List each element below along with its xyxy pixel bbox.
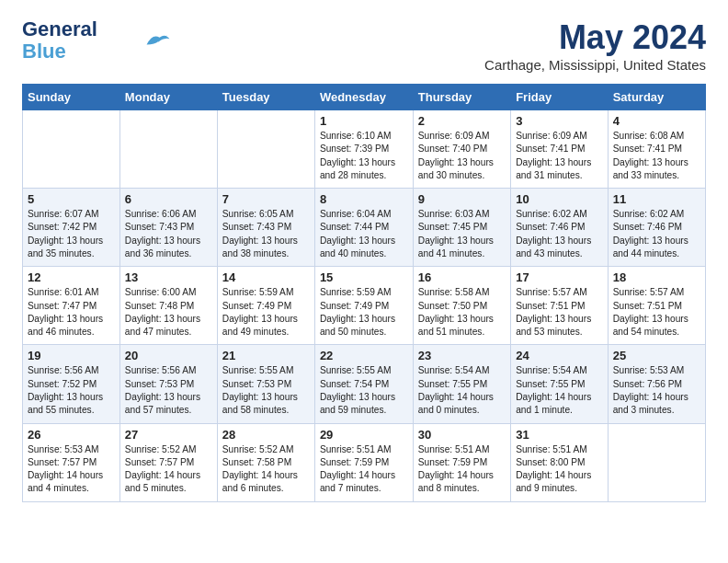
- day-number: 28: [222, 428, 310, 442]
- calendar-cell: 4Sunrise: 6:08 AM Sunset: 7:41 PM Daylig…: [608, 110, 705, 189]
- day-info: Sunrise: 5:58 AM Sunset: 7:50 PM Dayligh…: [418, 286, 506, 339]
- calendar-cell: [608, 423, 705, 501]
- header-day-tuesday: Tuesday: [217, 85, 314, 110]
- main-title: May 2024: [484, 18, 706, 57]
- day-info: Sunrise: 5:52 AM Sunset: 7:57 PM Dayligh…: [125, 443, 212, 496]
- calendar-cell: 26Sunrise: 5:53 AM Sunset: 7:57 PM Dayli…: [23, 423, 120, 501]
- day-number: 18: [613, 270, 700, 284]
- day-number: 23: [418, 349, 506, 362]
- calendar-cell: 13Sunrise: 6:00 AM Sunset: 7:48 PM Dayli…: [119, 267, 217, 345]
- week-row-4: 19Sunrise: 5:56 AM Sunset: 7:52 PM Dayli…: [23, 345, 706, 423]
- calendar-cell: 24Sunrise: 5:54 AM Sunset: 7:55 PM Dayli…: [511, 345, 609, 423]
- day-info: Sunrise: 5:51 AM Sunset: 7:59 PM Dayligh…: [418, 443, 506, 496]
- day-number: 16: [418, 270, 506, 284]
- day-info: Sunrise: 6:07 AM Sunset: 7:42 PM Dayligh…: [28, 208, 115, 260]
- day-info: Sunrise: 5:52 AM Sunset: 7:58 PM Dayligh…: [222, 443, 310, 496]
- calendar-cell: 18Sunrise: 5:57 AM Sunset: 7:51 PM Dayli…: [608, 267, 705, 345]
- header-day-saturday: Saturday: [608, 85, 705, 110]
- calendar-cell: 3Sunrise: 6:09 AM Sunset: 7:41 PM Daylig…: [511, 110, 609, 189]
- day-info: Sunrise: 5:57 AM Sunset: 7:51 PM Dayligh…: [516, 286, 603, 339]
- calendar-cell: 19Sunrise: 5:56 AM Sunset: 7:52 PM Dayli…: [23, 345, 120, 423]
- header-row: SundayMondayTuesdayWednesdayThursdayFrid…: [23, 85, 706, 110]
- day-info: Sunrise: 6:04 AM Sunset: 7:44 PM Dayligh…: [320, 208, 408, 260]
- calendar-cell: 31Sunrise: 5:51 AM Sunset: 8:00 PM Dayli…: [511, 423, 609, 501]
- day-info: Sunrise: 5:55 AM Sunset: 7:53 PM Dayligh…: [222, 364, 310, 417]
- day-number: 22: [320, 349, 408, 362]
- day-number: 8: [320, 192, 408, 206]
- page-header: GeneralBlue May 2024 Carthage, Mississip…: [22, 18, 706, 73]
- day-number: 7: [222, 192, 310, 206]
- day-info: Sunrise: 5:53 AM Sunset: 7:57 PM Dayligh…: [28, 443, 115, 496]
- day-number: 27: [125, 428, 212, 442]
- day-info: Sunrise: 6:10 AM Sunset: 7:39 PM Dayligh…: [320, 130, 408, 182]
- calendar-cell: 25Sunrise: 5:53 AM Sunset: 7:56 PM Dayli…: [608, 345, 705, 423]
- calendar-cell: 6Sunrise: 6:06 AM Sunset: 7:43 PM Daylig…: [119, 189, 217, 267]
- day-info: Sunrise: 5:53 AM Sunset: 7:56 PM Dayligh…: [613, 364, 700, 417]
- day-number: 25: [613, 349, 700, 362]
- calendar-cell: 14Sunrise: 5:59 AM Sunset: 7:49 PM Dayli…: [217, 267, 314, 345]
- day-number: 10: [516, 192, 603, 206]
- header-day-wednesday: Wednesday: [314, 85, 413, 110]
- day-number: 1: [320, 114, 408, 128]
- day-info: Sunrise: 6:02 AM Sunset: 7:46 PM Dayligh…: [516, 208, 603, 260]
- day-info: Sunrise: 6:02 AM Sunset: 7:46 PM Dayligh…: [613, 208, 700, 260]
- week-row-2: 5Sunrise: 6:07 AM Sunset: 7:42 PM Daylig…: [23, 189, 706, 267]
- calendar-cell: 30Sunrise: 5:51 AM Sunset: 7:59 PM Dayli…: [413, 423, 510, 501]
- day-number: 15: [320, 270, 408, 284]
- calendar-cell: 2Sunrise: 6:09 AM Sunset: 7:40 PM Daylig…: [413, 110, 510, 189]
- calendar-cell: 7Sunrise: 6:05 AM Sunset: 7:43 PM Daylig…: [217, 189, 314, 267]
- day-number: 26: [28, 428, 115, 442]
- day-number: 17: [516, 270, 603, 284]
- day-info: Sunrise: 6:03 AM Sunset: 7:45 PM Dayligh…: [418, 208, 506, 260]
- header-day-thursday: Thursday: [413, 85, 510, 110]
- day-info: Sunrise: 5:51 AM Sunset: 7:59 PM Dayligh…: [320, 443, 408, 496]
- day-number: 5: [28, 192, 115, 206]
- calendar-cell: 9Sunrise: 6:03 AM Sunset: 7:45 PM Daylig…: [413, 189, 510, 267]
- day-number: 31: [516, 428, 603, 442]
- day-number: 9: [418, 192, 506, 206]
- calendar-cell: 10Sunrise: 6:02 AM Sunset: 7:46 PM Dayli…: [511, 189, 609, 267]
- day-info: Sunrise: 6:08 AM Sunset: 7:41 PM Dayligh…: [613, 130, 700, 182]
- calendar-cell: 29Sunrise: 5:51 AM Sunset: 7:59 PM Dayli…: [314, 423, 413, 501]
- calendar-cell: 27Sunrise: 5:52 AM Sunset: 7:57 PM Dayli…: [119, 423, 217, 501]
- day-number: 19: [28, 349, 115, 362]
- day-info: Sunrise: 6:00 AM Sunset: 7:48 PM Dayligh…: [125, 286, 212, 339]
- header-day-friday: Friday: [511, 85, 609, 110]
- calendar-cell: [119, 110, 217, 189]
- calendar-table: SundayMondayTuesdayWednesdayThursdayFrid…: [22, 84, 706, 502]
- calendar-cell: 20Sunrise: 5:56 AM Sunset: 7:53 PM Dayli…: [119, 345, 217, 423]
- day-info: Sunrise: 5:56 AM Sunset: 7:52 PM Dayligh…: [28, 364, 115, 417]
- calendar-cell: 8Sunrise: 6:04 AM Sunset: 7:44 PM Daylig…: [314, 189, 413, 267]
- calendar-cell: 15Sunrise: 5:59 AM Sunset: 7:49 PM Dayli…: [314, 267, 413, 345]
- week-row-3: 12Sunrise: 6:01 AM Sunset: 7:47 PM Dayli…: [23, 267, 706, 345]
- day-number: 21: [222, 349, 310, 362]
- day-info: Sunrise: 6:01 AM Sunset: 7:47 PM Dayligh…: [28, 286, 115, 339]
- calendar-cell: 5Sunrise: 6:07 AM Sunset: 7:42 PM Daylig…: [23, 189, 120, 267]
- day-number: 4: [613, 114, 700, 128]
- day-info: Sunrise: 5:55 AM Sunset: 7:54 PM Dayligh…: [320, 364, 408, 417]
- day-number: 6: [125, 192, 212, 206]
- day-info: Sunrise: 5:54 AM Sunset: 7:55 PM Dayligh…: [516, 364, 603, 417]
- calendar-cell: 11Sunrise: 6:02 AM Sunset: 7:46 PM Dayli…: [608, 189, 705, 267]
- calendar-cell: 17Sunrise: 5:57 AM Sunset: 7:51 PM Dayli…: [511, 267, 609, 345]
- calendar-cell: 21Sunrise: 5:55 AM Sunset: 7:53 PM Dayli…: [217, 345, 314, 423]
- day-info: Sunrise: 5:51 AM Sunset: 8:00 PM Dayligh…: [516, 443, 603, 496]
- day-number: 12: [28, 270, 115, 284]
- day-info: Sunrise: 6:05 AM Sunset: 7:43 PM Dayligh…: [222, 208, 310, 260]
- calendar-cell: [23, 110, 120, 189]
- day-number: 30: [418, 428, 506, 442]
- calendar-cell: 12Sunrise: 6:01 AM Sunset: 7:47 PM Dayli…: [23, 267, 120, 345]
- subtitle: Carthage, Mississippi, United States: [484, 57, 706, 73]
- calendar-cell: [217, 110, 314, 189]
- day-info: Sunrise: 5:54 AM Sunset: 7:55 PM Dayligh…: [418, 364, 506, 417]
- header-day-sunday: Sunday: [23, 85, 120, 110]
- calendar-cell: 23Sunrise: 5:54 AM Sunset: 7:55 PM Dayli…: [413, 345, 510, 423]
- logo-text: GeneralBlue: [22, 18, 97, 63]
- calendar-cell: 28Sunrise: 5:52 AM Sunset: 7:58 PM Dayli…: [217, 423, 314, 501]
- logo: GeneralBlue: [22, 18, 171, 63]
- header-day-monday: Monday: [119, 85, 217, 110]
- day-number: 20: [125, 349, 212, 362]
- day-info: Sunrise: 5:57 AM Sunset: 7:51 PM Dayligh…: [613, 286, 700, 339]
- calendar-cell: 22Sunrise: 5:55 AM Sunset: 7:54 PM Dayli…: [314, 345, 413, 423]
- day-info: Sunrise: 5:56 AM Sunset: 7:53 PM Dayligh…: [125, 364, 212, 417]
